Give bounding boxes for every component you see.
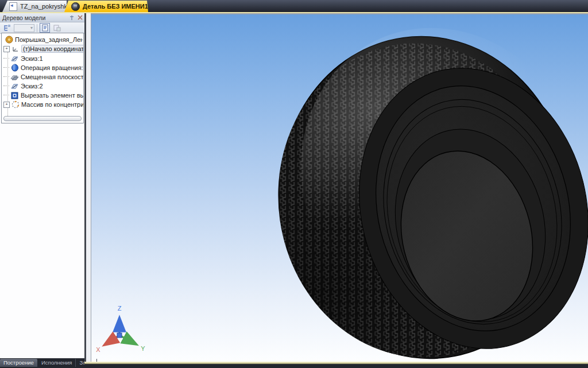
tree-item-label: Операция вращения:1 xyxy=(21,64,84,71)
tree-toolbar: ▾ xyxy=(0,22,84,34)
tree-filter-dropdown[interactable]: ▾ xyxy=(14,24,34,32)
model-tree: Покрышка_задняя_Ленингра + (т)Начало коо… xyxy=(1,33,84,123)
x-axis-label: X xyxy=(96,346,100,353)
coordinate-axes-triad: Z X Y xyxy=(96,305,145,353)
panel-close-icon[interactable] xyxy=(76,14,83,21)
tree-item-label: Покрышка_задняя_Ленингра xyxy=(15,36,83,43)
origin-axes-icon xyxy=(11,45,20,53)
tree-connector xyxy=(3,67,9,68)
tree-row-offset-plane[interactable]: Смещенная плоскость:1 xyxy=(3,72,84,82)
toolbar-separator xyxy=(37,24,37,32)
expand-plus-icon[interactable]: + xyxy=(3,46,10,52)
tree-view-toggle-button[interactable] xyxy=(40,23,50,33)
tree-connector xyxy=(3,95,9,96)
tree-bottom-tab-bar: Построение Исполнения Зоны xyxy=(0,358,84,368)
tree-item-label-selected: (т)Начало координат xyxy=(21,45,84,53)
tree-row-root[interactable]: Покрышка_задняя_Ленингра xyxy=(3,35,83,44)
tree-item-label: Эскиз:2 xyxy=(21,83,43,90)
tree-item-label: Эскиз:1 xyxy=(21,55,43,62)
tree-connector xyxy=(3,86,9,87)
model-tree-panel: Дерево модели ▾ xyxy=(0,13,84,358)
tree-connector xyxy=(3,58,9,59)
tree-horizontal-scrollbar[interactable] xyxy=(3,116,82,121)
panel-title: Дерево модели xyxy=(0,14,68,21)
tree-row-sketch1[interactable]: Эскиз:1 xyxy=(3,54,43,63)
tree-item-label: Массив по концентричес xyxy=(21,101,84,108)
tire-model xyxy=(181,14,588,363)
document-icon xyxy=(9,2,17,11)
app-window: TZ_na_pokryshki Деталь БЕЗ ИМЕНИ1 × Дере… xyxy=(0,0,588,368)
revolve-operation-icon xyxy=(10,64,19,72)
tab-label: TZ_na_pokryshki xyxy=(20,3,68,10)
sketch-icon xyxy=(10,82,19,90)
part-3d-icon xyxy=(71,2,80,11)
tab-document-detail-active[interactable]: Деталь БЕЗ ИМЕНИ1 × xyxy=(64,1,148,12)
panel-splitter[interactable] xyxy=(86,13,91,368)
tree-connector xyxy=(3,76,9,78)
tree-composition-button[interactable] xyxy=(52,23,62,33)
close-icon[interactable]: × xyxy=(152,2,156,10)
tree-item-label: Смещенная плоскость:1 xyxy=(21,73,84,80)
tree-row-sketch2[interactable]: Эскиз:2 xyxy=(3,82,43,91)
part-root-icon xyxy=(5,36,13,44)
tab-label: Деталь БЕЗ ИМЕНИ1 xyxy=(83,3,148,10)
cut-extrude-icon xyxy=(10,91,19,99)
z-axis-label: Z xyxy=(118,305,122,312)
tree-row-origin[interactable]: + (т)Начало координат xyxy=(3,44,84,53)
tab-executions[interactable]: Исполнения xyxy=(38,359,76,367)
tree-row-revolve[interactable]: Операция вращения:1 xyxy=(3,63,84,72)
tab-construction[interactable]: Построение xyxy=(0,359,37,367)
tab-document-tz[interactable]: TZ_na_pokryshki xyxy=(2,1,67,12)
model-viewport[interactable]: Z X Y xyxy=(91,14,588,362)
sketch-icon xyxy=(10,55,19,63)
viewport-canvas: Z X Y xyxy=(91,14,588,363)
offset-plane-icon xyxy=(10,73,19,81)
expand-plus-icon[interactable]: + xyxy=(3,102,10,108)
tree-row-cut-extrude[interactable]: Вырезать элемент выдав xyxy=(3,91,84,100)
y-axis-label: Y xyxy=(141,345,145,352)
origin-point xyxy=(117,333,122,338)
tree-item-label: Вырезать элемент выдав xyxy=(21,92,84,99)
pin-icon[interactable] xyxy=(68,14,75,21)
tree-structure-icon[interactable] xyxy=(2,23,12,33)
status-bar xyxy=(84,364,588,368)
tree-row-array[interactable]: + Массив по концентричес xyxy=(3,100,84,109)
panel-header: Дерево модели xyxy=(0,13,84,22)
concentric-array-icon xyxy=(11,100,20,109)
document-tab-bar: TZ_na_pokryshki Деталь БЕЗ ИМЕНИ1 × xyxy=(0,0,588,12)
